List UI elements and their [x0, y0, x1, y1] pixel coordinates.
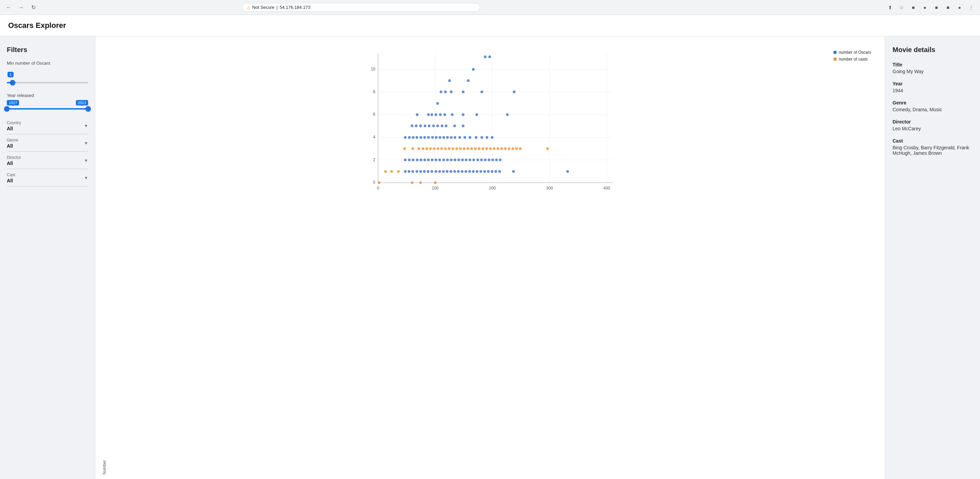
detail-genre-label: Genre: [892, 100, 972, 105]
y-axis-label: Number: [102, 47, 107, 474]
page-header: Oscars Explorer: [0, 15, 980, 37]
svg-point-140: [411, 170, 414, 173]
svg-point-40: [439, 113, 442, 116]
svg-point-29: [440, 91, 442, 93]
svg-point-117: [434, 159, 437, 161]
svg-text:300: 300: [546, 186, 553, 191]
svg-point-39: [434, 113, 437, 116]
svg-point-53: [441, 124, 443, 127]
svg-point-33: [480, 91, 483, 93]
director-label: Director: [7, 155, 21, 160]
director-dropdown-row[interactable]: Director All ▼: [7, 152, 88, 169]
svg-point-168: [419, 181, 422, 184]
page-title: Oscars Explorer: [8, 21, 972, 30]
security-warning-icon: △: [247, 5, 250, 10]
extension5-button[interactable]: ●: [955, 3, 964, 12]
svg-point-147: [438, 170, 441, 173]
detail-director-group: Director Leo McCarey: [892, 119, 972, 131]
svg-point-108: [546, 147, 549, 150]
chart-legend: number of Oscars number of casts: [833, 50, 871, 62]
svg-point-158: [479, 170, 482, 173]
svg-point-157: [476, 170, 479, 173]
svg-point-118: [438, 159, 441, 161]
detail-year-value: 1944: [892, 88, 972, 93]
svg-point-73: [469, 136, 471, 139]
detail-year-group: Year 1944: [892, 81, 972, 93]
detail-genre-value: Comedy, Drama, Music: [892, 107, 972, 112]
year-released-filter: Year released 1927 2013: [7, 93, 88, 110]
detail-year-label: Year: [892, 81, 972, 86]
year-range-thumb-left[interactable]: [4, 106, 10, 111]
svg-point-25: [488, 56, 491, 58]
legend-dot-oscars: [833, 51, 837, 54]
svg-point-78: [403, 147, 406, 150]
svg-point-144: [427, 170, 430, 173]
svg-point-121: [450, 159, 453, 161]
svg-point-96: [478, 147, 480, 150]
min-oscars-thumb[interactable]: [10, 80, 15, 85]
svg-point-42: [451, 113, 453, 116]
svg-point-115: [427, 159, 430, 161]
svg-point-59: [412, 136, 414, 139]
extension3-button[interactable]: ■: [932, 3, 941, 12]
year-range-track[interactable]: [7, 108, 88, 110]
director-value: All: [7, 161, 21, 166]
cast-filter[interactable]: Cast All ▼: [7, 169, 88, 186]
bookmark-button[interactable]: ☆: [897, 3, 907, 12]
svg-point-134: [499, 159, 501, 161]
svg-point-131: [488, 159, 490, 161]
svg-point-36: [416, 113, 418, 116]
legend-item-oscars: number of Oscars: [833, 50, 871, 55]
svg-point-37: [427, 113, 430, 116]
back-button[interactable]: ←: [4, 3, 14, 12]
genre-dropdown-labels: Genre All: [7, 138, 18, 149]
svg-point-111: [412, 159, 414, 161]
share-button[interactable]: ⬆: [885, 3, 895, 12]
extension2-button[interactable]: ●: [920, 3, 930, 12]
cast-arrow-icon: ▼: [84, 175, 88, 180]
genre-label: Genre: [7, 138, 18, 143]
country-dropdown-row[interactable]: Country All ▼: [7, 117, 88, 134]
extension1-button[interactable]: ■: [908, 3, 918, 12]
svg-point-156: [472, 170, 475, 173]
genre-filter[interactable]: Genre All ▼: [7, 134, 88, 152]
svg-point-44: [476, 113, 478, 116]
svg-point-139: [408, 170, 410, 173]
menu-button[interactable]: ⋮: [966, 3, 976, 12]
cast-dropdown-row[interactable]: Cast All ▼: [7, 169, 88, 186]
country-filter[interactable]: Country All ▼: [7, 117, 88, 134]
svg-point-86: [440, 147, 443, 150]
cast-label: Cast: [7, 172, 15, 177]
min-oscars-slider-container: 1: [7, 68, 88, 85]
address-bar[interactable]: △ Not Secure | 54.176.184.173: [242, 3, 480, 11]
svg-point-163: [498, 170, 501, 173]
svg-point-113: [420, 159, 422, 161]
svg-point-72: [463, 136, 466, 139]
svg-point-126: [469, 159, 471, 161]
director-filter[interactable]: Director All ▼: [7, 152, 88, 169]
svg-point-41: [443, 113, 446, 116]
svg-point-89: [452, 147, 454, 150]
svg-point-63: [427, 136, 430, 139]
svg-point-127: [472, 159, 475, 161]
movie-details-panel: Movie details Title Going My Way Year 19…: [885, 37, 980, 479]
svg-point-45: [506, 113, 509, 116]
min-oscars-track[interactable]: [7, 82, 88, 83]
extension4-button[interactable]: ■: [943, 3, 953, 12]
chart-wrapper: Number number of Oscars number of casts: [102, 47, 878, 474]
reload-button[interactable]: ↻: [29, 3, 38, 12]
cast-dropdown-labels: Cast All: [7, 172, 15, 183]
svg-text:0: 0: [373, 180, 375, 185]
svg-point-136: [390, 170, 393, 173]
year-range-thumb-right[interactable]: [86, 106, 91, 111]
year-released-label: Year released: [7, 93, 88, 98]
svg-point-167: [411, 181, 414, 184]
detail-cast-group: Cast Bing Crosby, Barry Fitzgerald, Fran…: [892, 138, 972, 156]
detail-cast-value: Bing Crosby, Barry Fitzgerald, Frank McH…: [892, 145, 972, 156]
svg-point-106: [515, 147, 518, 150]
svg-point-154: [465, 170, 467, 173]
svg-point-51: [432, 124, 435, 127]
genre-dropdown-row[interactable]: Genre All ▼: [7, 134, 88, 152]
scatter-chart[interactable]: 0 2 4 6 8 10 0 100 200 300 400: [110, 47, 878, 203]
forward-button[interactable]: →: [16, 3, 26, 12]
